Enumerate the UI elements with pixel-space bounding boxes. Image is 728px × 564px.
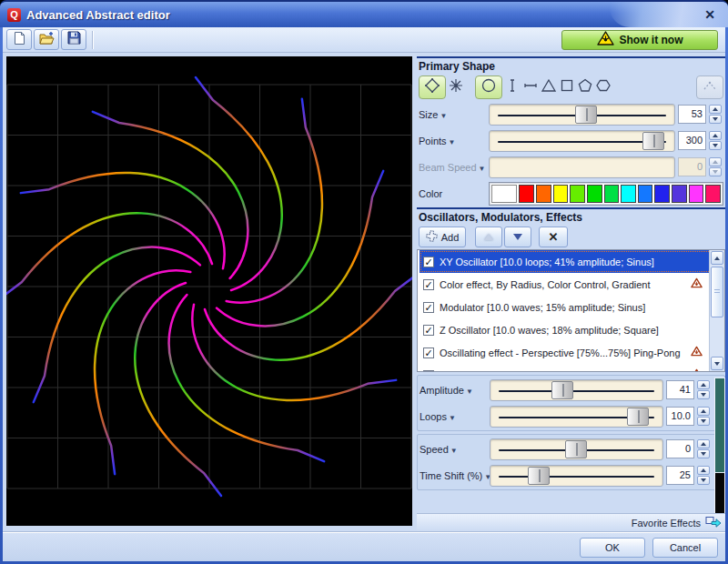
effects-list: ✓XY Oscillator [10.0 loops; 41% amplitud… <box>417 249 725 372</box>
time-shift-spin-down[interactable] <box>697 476 710 485</box>
beam-speed-value[interactable]: 0 <box>678 157 706 176</box>
pentagon-shape-button[interactable] <box>577 77 593 97</box>
speed-slider-track[interactable] <box>490 438 663 460</box>
open-file-button[interactable] <box>34 29 59 50</box>
scroll-down-button[interactable] <box>711 357 723 370</box>
beam-speed-slider-track[interactable] <box>489 156 675 178</box>
color-swatch[interactable] <box>491 185 517 203</box>
color-swatch[interactable] <box>638 185 653 203</box>
square-shape-button[interactable] <box>559 77 575 97</box>
effect-checkbox[interactable]: ✓ <box>423 257 434 267</box>
loops-slider-thumb[interactable] <box>627 408 649 426</box>
star-burst-shape-button[interactable] <box>448 77 464 97</box>
amplitude-label[interactable]: Amplitude▼ <box>420 385 487 396</box>
color-swatch[interactable] <box>570 185 585 203</box>
loops-value[interactable]: 10.0 <box>666 407 694 426</box>
show-it-now-button[interactable]: Show it now <box>561 30 718 50</box>
time-shift-spin-up[interactable] <box>697 466 710 475</box>
effect-list-item[interactable]: ✓Oscillating effect - Perspective [75%..… <box>420 341 723 364</box>
new-file-button[interactable] <box>6 29 32 50</box>
effects-scrollbar[interactable] <box>709 250 724 371</box>
effect-checkbox[interactable]: ✓ <box>423 325 434 336</box>
loops-spin-down[interactable] <box>697 417 710 426</box>
loops-spin-up[interactable] <box>697 407 710 416</box>
beam-speed-label[interactable]: Beam Speed▼ <box>419 162 486 173</box>
color-swatch[interactable] <box>689 185 704 203</box>
horizontal-line-shape-button[interactable] <box>522 77 539 97</box>
color-swatch[interactable] <box>604 185 620 203</box>
effects-header: Oscillators, Modulators, Effects <box>417 207 725 225</box>
scrollbar-thumb[interactable] <box>711 267 723 317</box>
scroll-up-icon <box>714 257 720 260</box>
amplitude-spin-down[interactable] <box>697 390 710 399</box>
size-spin-up[interactable] <box>709 105 722 114</box>
speed-slider-thumb[interactable] <box>565 440 587 458</box>
delete-effect-button[interactable]: ✕ <box>539 227 568 247</box>
color-swatch[interactable] <box>672 185 687 203</box>
points-slider-track[interactable] <box>489 130 675 152</box>
time-shift-label[interactable]: Time Shift (%)▼ <box>420 470 487 481</box>
size-label[interactable]: Size▼ <box>419 109 486 120</box>
points-spin-up[interactable] <box>709 131 722 140</box>
points-slider-thumb[interactable] <box>642 132 664 150</box>
amplitude-spin-up[interactable] <box>697 380 710 389</box>
effect-list-item[interactable]: ✓XY Oscillator [10.0 loops; 41% amplitud… <box>420 250 723 273</box>
footer-bar: OK Cancel <box>3 531 725 561</box>
title-bar[interactable]: Q Advanced Abstract editor ✕ <box>0 2 728 27</box>
effect-checkbox[interactable]: ✓ <box>423 302 434 313</box>
cancel-button[interactable]: Cancel <box>652 538 718 558</box>
color-swatch[interactable] <box>587 185 602 203</box>
size-slider-thumb[interactable] <box>575 106 597 124</box>
save-file-button[interactable] <box>61 29 86 50</box>
speed-spin-up[interactable] <box>697 439 710 448</box>
effect-list-item[interactable]: ✓Modulator [10.0 waves; 15% amplitude; S… <box>420 296 723 318</box>
beam-speed-spin-up[interactable] <box>709 157 722 166</box>
color-swatch[interactable] <box>553 185 569 203</box>
color-swatch[interactable] <box>705 185 721 203</box>
custom-polyline-shape-button[interactable] <box>696 76 723 99</box>
size-value[interactable]: 53 <box>678 105 706 124</box>
time-shift-value[interactable]: 25 <box>666 466 694 485</box>
color-swatch[interactable] <box>654 185 670 203</box>
effect-list-item[interactable]: ✓Color effect, By Radius, Color Control,… <box>420 273 723 296</box>
close-icon[interactable]: ✕ <box>701 5 719 24</box>
effect-checkbox[interactable]: ✓ <box>423 347 434 358</box>
color-swatch[interactable] <box>621 185 636 203</box>
color-swatch[interactable] <box>536 185 551 203</box>
effect-list-item[interactable]: ✓Z Oscillator [10.0 waves; 18% amplitude… <box>420 318 723 341</box>
speed-value[interactable]: 0 <box>666 439 694 458</box>
amplitude-slider-track[interactable] <box>490 379 663 401</box>
abstract-diamond-shape-button[interactable] <box>419 76 446 99</box>
hexagon-shape-button[interactable] <box>595 77 612 97</box>
effect-item-label: Z Oscillator [10.0 waves; 18% amplitude;… <box>440 325 659 336</box>
loops-label[interactable]: Loops▼ <box>420 411 487 422</box>
amplitude-value[interactable]: 41 <box>666 380 694 399</box>
add-effect-button[interactable]: Add <box>419 227 466 247</box>
size-spin-down[interactable] <box>709 115 722 124</box>
points-label[interactable]: Points▼ <box>419 136 486 146</box>
beam-speed-spin-down[interactable] <box>709 167 722 176</box>
speed-label[interactable]: Speed▼ <box>420 444 487 455</box>
circle-shape-button[interactable] <box>475 76 502 99</box>
ok-button[interactable]: OK <box>580 538 645 558</box>
effect-checkbox[interactable]: ✓ <box>423 279 434 290</box>
amplitude-slider-thumb[interactable] <box>551 381 573 399</box>
circle-icon <box>480 77 497 97</box>
time-shift-slider-thumb[interactable] <box>528 467 550 485</box>
time-shift-slider-track[interactable] <box>490 465 663 487</box>
move-up-button[interactable] <box>475 227 502 247</box>
move-down-button[interactable] <box>504 227 531 247</box>
speed-spin-down[interactable] <box>697 449 710 458</box>
effect-checkbox[interactable]: ✓ <box>423 370 434 373</box>
favorite-effects-bar[interactable]: Favorite Effects <box>417 513 725 531</box>
size-slider-track[interactable] <box>489 104 675 126</box>
triangle-shape-button[interactable] <box>541 77 557 97</box>
effect-list-item[interactable]: ✓Color effect, By Radius, Color Control,… <box>420 364 723 372</box>
favorite-effects-label: Favorite Effects <box>632 518 701 529</box>
vertical-line-shape-button[interactable] <box>504 77 521 97</box>
scroll-up-button[interactable] <box>711 251 723 265</box>
loops-slider-track[interactable] <box>490 406 663 428</box>
points-value[interactable]: 300 <box>678 131 706 150</box>
points-spin-down[interactable] <box>709 141 722 150</box>
color-swatch[interactable] <box>519 185 534 203</box>
